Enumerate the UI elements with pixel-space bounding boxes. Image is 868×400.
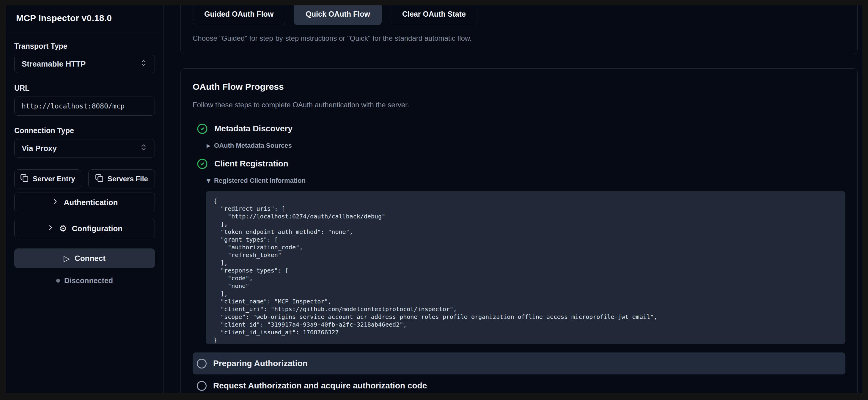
pending-circle-icon bbox=[197, 381, 207, 391]
transport-type-value: Streamable HTTP bbox=[22, 59, 86, 69]
step-title: Request Authorization and acquire author… bbox=[213, 381, 427, 391]
oauth-flow-hint: Choose "Guided" for step-by-step instruc… bbox=[193, 34, 845, 42]
gear-icon: ⚙ bbox=[59, 224, 67, 233]
chevrons-up-down-icon bbox=[140, 144, 148, 153]
step-preparing-authorization: Preparing Authorization bbox=[193, 352, 845, 374]
oauth-flow-mode-card: Guided OAuth Flow Quick OAuth Flow Clear… bbox=[180, 5, 858, 54]
url-label: URL bbox=[14, 84, 155, 92]
copy-icon bbox=[95, 174, 103, 184]
connection-type-label: Connection Type bbox=[14, 126, 155, 135]
guided-oauth-flow-button[interactable]: Guided OAuth Flow bbox=[193, 5, 285, 25]
main-panel: Guided OAuth Flow Quick OAuth Flow Clear… bbox=[163, 5, 862, 393]
client-registration-json[interactable]: { "redirect_uris": [ "http://localhost:6… bbox=[206, 191, 845, 344]
server-entry-label: Server Entry bbox=[33, 175, 75, 183]
status-dot-icon bbox=[56, 279, 60, 283]
export-buttons-row: Server Entry Servers File bbox=[14, 170, 155, 188]
oauth-steps-list: Metadata Discovery ▶ OAuth Metadata Sour… bbox=[193, 122, 845, 392]
copy-icon bbox=[20, 174, 29, 184]
play-icon: ▷ bbox=[64, 254, 70, 263]
app-title: MCP Inspector v0.18.0 bbox=[16, 13, 153, 23]
url-input[interactable] bbox=[14, 97, 155, 116]
disclosure-label: OAuth Metadata Sources bbox=[214, 142, 292, 150]
oauth-progress-subtitle: Follow these steps to complete OAuth aut… bbox=[193, 101, 845, 109]
chevrons-up-down-icon bbox=[140, 59, 148, 69]
step-metadata-discovery: Metadata Discovery bbox=[193, 122, 845, 135]
connect-button[interactable]: ▷ Connect bbox=[14, 248, 155, 268]
oauth-metadata-sources-toggle[interactable]: ▶ OAuth Metadata Sources bbox=[207, 142, 845, 150]
chevron-right-icon bbox=[47, 224, 54, 234]
configuration-label: Configuration bbox=[72, 224, 122, 233]
sidebar-body: Transport Type Streamable HTTP URL Conne… bbox=[6, 31, 163, 294]
step-request-authorization: Request Authorization and acquire author… bbox=[193, 379, 845, 392]
registered-client-info-toggle[interactable]: ▼ Registered Client Information bbox=[207, 177, 845, 185]
server-entry-button[interactable]: Server Entry bbox=[14, 170, 81, 188]
disclosure-label: Registered Client Information bbox=[214, 177, 306, 185]
chevron-right-icon bbox=[52, 197, 59, 208]
servers-file-button[interactable]: Servers File bbox=[88, 170, 155, 188]
oauth-progress-title: OAuth Flow Progress bbox=[193, 82, 845, 92]
step-title: Preparing Authorization bbox=[213, 359, 308, 368]
oauth-flow-buttons-row: Guided OAuth Flow Quick OAuth Flow Clear… bbox=[193, 5, 845, 25]
transport-type-select[interactable]: Streamable HTTP bbox=[14, 55, 155, 73]
connect-label: Connect bbox=[74, 254, 105, 263]
configuration-button[interactable]: ⚙ Configuration bbox=[14, 219, 155, 238]
transport-type-label: Transport Type bbox=[14, 42, 155, 51]
connection-status: Disconnected bbox=[14, 276, 155, 285]
sidebar: MCP Inspector v0.18.0 Transport Type Str… bbox=[6, 5, 163, 393]
sidebar-header: MCP Inspector v0.18.0 bbox=[6, 5, 163, 31]
check-circle-icon bbox=[197, 123, 208, 134]
check-circle-icon bbox=[197, 158, 208, 170]
status-label: Disconnected bbox=[64, 276, 113, 285]
pending-circle-icon bbox=[197, 359, 207, 369]
triangle-expanded-icon: ▼ bbox=[207, 178, 211, 184]
step-title: Metadata Discovery bbox=[214, 124, 292, 133]
oauth-progress-card: OAuth Flow Progress Follow these steps t… bbox=[180, 68, 858, 393]
authentication-label: Authentication bbox=[64, 198, 118, 207]
step-client-registration: Client Registration bbox=[193, 157, 845, 170]
connection-type-value: Via Proxy bbox=[22, 144, 57, 153]
clear-oauth-state-button[interactable]: Clear OAuth State bbox=[391, 5, 477, 25]
triangle-collapsed-icon: ▶ bbox=[207, 143, 211, 149]
servers-file-label: Servers File bbox=[107, 175, 148, 183]
step-title: Client Registration bbox=[214, 159, 288, 168]
connection-type-select[interactable]: Via Proxy bbox=[14, 139, 155, 157]
authentication-button[interactable]: Authentication bbox=[14, 192, 155, 212]
quick-oauth-flow-button[interactable]: Quick OAuth Flow bbox=[294, 5, 382, 25]
app-window: MCP Inspector v0.18.0 Transport Type Str… bbox=[6, 5, 862, 393]
